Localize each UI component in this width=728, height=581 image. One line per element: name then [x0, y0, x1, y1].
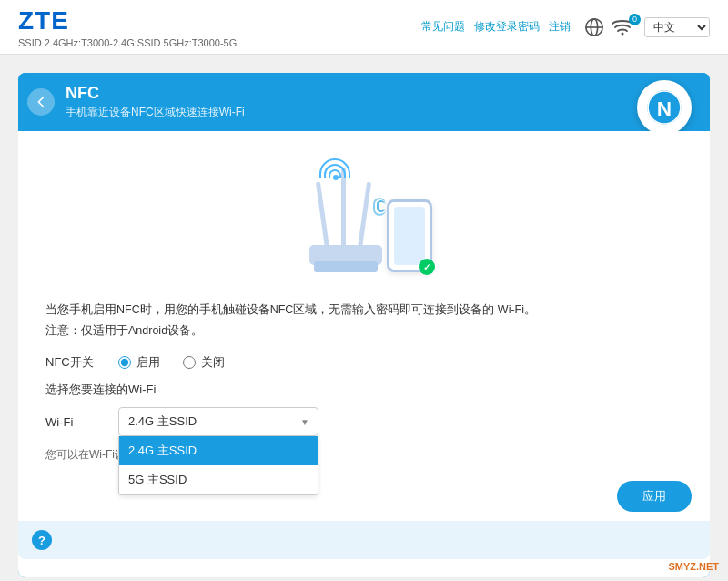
nfc-n-icon: N: [646, 89, 682, 126]
wifi-option-2g[interactable]: 2.4G 主SSID: [119, 436, 318, 465]
enable-label: 启用: [136, 354, 160, 371]
header-icons: 0 中文 English: [584, 17, 710, 37]
wifi-label: Wi-Fi: [46, 415, 118, 429]
nfc-switch-label: NFC开关: [46, 354, 118, 371]
logout-link[interactable]: 注销: [549, 19, 571, 35]
apply-button[interactable]: 应用: [617, 481, 692, 512]
header-left: ZTE SSID 2.4GHz:T3000-2.4G;SSID 5GHz:T30…: [18, 6, 237, 48]
svg-point-3: [622, 32, 624, 35]
nfc-card: NFC 手机靠近设备NFC区域快速连接Wi-Fi N: [18, 73, 710, 577]
globe-icon[interactable]: [584, 17, 604, 37]
faq-link[interactable]: 常见问题: [421, 19, 465, 35]
nfc-switch-row: NFC开关 启用 关闭: [46, 354, 682, 371]
svg-text:N: N: [657, 97, 672, 120]
disable-radio-group: 关闭: [183, 354, 225, 371]
zte-logo: ZTE: [18, 6, 237, 36]
description-line1: 当您手机启用NFC时，用您的手机触碰设备NFC区域，无需输入密码即可连接到设备的…: [46, 303, 536, 316]
nfc-description: 当您手机启用NFC时，用您的手机触碰设备NFC区域，无需输入密码即可连接到设备的…: [46, 300, 682, 341]
back-button[interactable]: [27, 88, 55, 116]
wifi-select-display[interactable]: 2.4G 主SSID: [118, 407, 318, 436]
nfc-subtitle: 手机靠近设备NFC区域快速连接Wi-Fi: [66, 105, 696, 120]
page-header: ZTE SSID 2.4GHz:T3000-2.4G;SSID 5GHz:T30…: [0, 0, 728, 55]
description-line2: 注意：仅适用于Android设备。: [46, 324, 203, 337]
nfc-body: ✓ 当您手机启用NFC时，用您的手机触碰设备NFC区域，无需输入密码即可连接到设…: [18, 131, 710, 577]
disable-label: 关闭: [201, 354, 225, 371]
main-content: NFC 手机靠近设备NFC区域快速连接Wi-Fi N: [0, 55, 728, 581]
ssid-info: SSID 2.4GHz:T3000-2.4G;SSID 5GHz:T3000-5…: [18, 37, 237, 48]
enable-radio[interactable]: [118, 356, 131, 369]
nfc-content: 当您手机启用NFC时，用您的手机触碰设备NFC区域，无需输入密码即可连接到设备的…: [18, 295, 710, 472]
nfc-title-block: NFC 手机靠近设备NFC区域快速连接Wi-Fi: [66, 84, 696, 120]
change-password-link[interactable]: 修改登录密码: [474, 19, 540, 35]
wifi-status-icon[interactable]: 0: [612, 17, 637, 37]
enable-radio-group: 启用: [118, 354, 160, 371]
nfc-header: NFC 手机靠近设备NFC区域快速连接Wi-Fi N: [18, 73, 710, 131]
nfc-logo-circle: N: [637, 80, 692, 135]
disable-radio[interactable]: [183, 356, 196, 369]
wifi-section-title: 选择您要连接的Wi-Fi: [46, 382, 682, 398]
watermark: SMYZ.NET: [668, 561, 719, 572]
language-select[interactable]: 中文 English: [644, 17, 710, 37]
wifi-dropdown-menu: 2.4G 主SSID 5G 主SSID: [118, 436, 318, 495]
nav-links: 常见问题 修改登录密码 注销: [421, 19, 571, 35]
help-bar: ?: [18, 521, 710, 559]
nfc-illustration: ✓: [18, 131, 710, 295]
wifi-select-row: Wi-Fi 2.4G 主SSID ▼ 2.4G 主SSID 5G 主SSID: [46, 407, 682, 436]
wifi-select-wrapper[interactable]: 2.4G 主SSID ▼ 2.4G 主SSID 5G 主SSID: [118, 407, 318, 436]
help-button[interactable]: ?: [32, 530, 52, 550]
header-right: 常见问题 修改登录密码 注销 0 中文 English: [421, 17, 710, 37]
wifi-option-5g[interactable]: 5G 主SSID: [119, 465, 318, 494]
nfc-title: NFC: [66, 84, 696, 103]
wifi-badge: 0: [629, 14, 641, 25]
nfc-switch-controls: 启用 关闭: [118, 354, 225, 371]
